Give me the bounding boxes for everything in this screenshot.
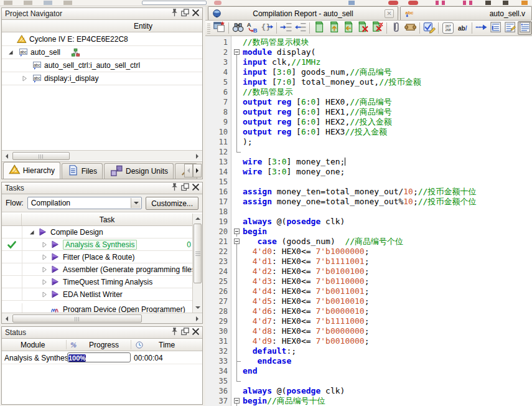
float-button[interactable] (180, 9, 190, 18)
code-line[interactable]: 9output reg [6:0] HEX2,//投入金额 (205, 117, 532, 127)
task-row[interactable]: Analysis & Synthesis0 (2, 238, 192, 251)
expander-expanded-icon[interactable] (28, 229, 35, 236)
entity-column-header[interactable]: Entity (2, 20, 202, 32)
customize-button[interactable]: Customize... (146, 197, 198, 210)
pin-button[interactable] (170, 184, 179, 192)
copy-special-button[interactable] (212, 21, 226, 35)
bookmark-prev-button[interactable] (341, 21, 355, 35)
code-line[interactable]: 36always @(posedge clk) (205, 386, 532, 396)
bookmark-button[interactable] (312, 21, 326, 35)
code-line[interactable]: 18 (205, 207, 532, 217)
scroll-right-arrow[interactable] (193, 152, 202, 160)
task-row[interactable]: TimeQuest Timing Analysis (2, 276, 192, 288)
close-button[interactable] (191, 184, 200, 192)
find-button[interactable] (231, 21, 245, 35)
fold-margin[interactable] (232, 396, 242, 406)
fold-margin[interactable] (232, 237, 242, 247)
tree-horizontal-scrollbar[interactable] (2, 150, 202, 161)
float-button[interactable] (180, 184, 190, 192)
code-line[interactable]: 11); (205, 137, 532, 147)
code-line[interactable]: 37begin//商品编号十位 (205, 396, 532, 406)
unindent-button[interactable] (293, 21, 307, 35)
expander-collapsed-icon[interactable] (40, 253, 48, 261)
tab-compilation-report[interactable]: Compilation Report - auto_sell ✕ (208, 6, 398, 20)
code-line[interactable]: 30 4'd8: HEX0<= 7'b0000000; (205, 326, 532, 336)
insert-template-button[interactable]: {} (260, 21, 274, 35)
code-line[interactable]: 25 4'd3: HEX0<= 7'b0110000; (205, 276, 532, 286)
scroll-down-arrow[interactable] (194, 303, 202, 312)
tab-hierarchy[interactable]: Hierarchy (3, 162, 60, 179)
code-line[interactable]: 28 4'd6: HEX0<= 7'b0000010; (205, 306, 532, 316)
code-line[interactable]: 19always @(posedge clk) (205, 217, 532, 227)
toolbar-grip[interactable] (207, 22, 210, 34)
attach-button[interactable] (389, 21, 403, 35)
code-line[interactable]: 8output reg [6:0] HEX1,//商品编号 (205, 107, 532, 117)
tree-item[interactable]: Cyclone IV E: EP4CE6E22C8 (2, 33, 202, 46)
scroll-up-arrow[interactable] (194, 214, 202, 223)
tab-scroll-left[interactable] (184, 164, 193, 177)
code-line[interactable]: 17assign money_one=total_money_out%10;//… (205, 197, 532, 207)
code-line[interactable]: 13wire [3:0] money_ten; (205, 157, 532, 167)
scrollbar-thumb[interactable] (12, 152, 70, 160)
tab-files[interactable]: Files (62, 163, 103, 179)
code-line[interactable]: 33 endcase (205, 356, 532, 366)
scroll-right-arrow[interactable] (193, 314, 202, 323)
bookmark-clear-button[interactable] (370, 21, 384, 35)
code-line[interactable]: 6//数码管显示 (205, 87, 532, 97)
code-line[interactable]: 21 case (goods_num) //商品编号个位 (205, 237, 532, 247)
flow-dropdown[interactable]: Compilation (27, 197, 142, 209)
code-line[interactable]: 4input [3:0] goods_num,//商品编号 (205, 67, 532, 77)
code-line[interactable]: 34end (205, 366, 532, 376)
expander-collapsed-icon[interactable] (40, 266, 48, 273)
pin-button[interactable] (170, 328, 179, 337)
tab-scroll-right[interactable] (193, 164, 202, 177)
scrollbar-thumb[interactable] (194, 224, 202, 283)
outline-all-button[interactable] (518, 21, 532, 35)
task-row[interactable]: EDA Netlist Writer (2, 288, 192, 301)
task-row[interactable]: Fitter (Place & Route) (2, 251, 192, 263)
task-row[interactable]: Compile Design (2, 226, 192, 238)
task-vertical-scrollbar[interactable] (192, 214, 202, 313)
indent-button[interactable] (279, 21, 293, 35)
tree-item[interactable]: abcdisplay:i_display (2, 72, 202, 85)
fold-margin[interactable] (232, 47, 242, 57)
close-button[interactable] (191, 9, 200, 18)
code-line[interactable]: 2module display( (205, 47, 532, 57)
outline-left-button[interactable] (488, 21, 503, 35)
task-row[interactable]: Program Device (Open Programmer) (2, 303, 192, 313)
code-line[interactable]: 23 4'd1: HEX0<= 7'b1111001; (205, 257, 532, 267)
code-line[interactable]: 24 4'd2: HEX0<= 7'b0100100; (205, 267, 532, 276)
comment-button[interactable]: ab/ (455, 21, 470, 35)
status-row[interactable]: Analysis & Synthesis 100% 00:00:04 (2, 351, 202, 364)
code-line[interactable]: 12 (205, 147, 532, 157)
fold-margin[interactable] (232, 227, 242, 237)
replace-button[interactable]: AB (245, 21, 259, 35)
goto-button[interactable] (474, 21, 488, 35)
scroll-left-arrow[interactable] (2, 314, 11, 323)
code-line[interactable]: 14wire [3:0] money_one; (205, 167, 532, 177)
close-button[interactable] (191, 328, 200, 337)
code-line[interactable]: 32 default:; (205, 346, 532, 356)
code-line[interactable]: 31 4'd9: HEX0<= 7'b0010000; (205, 336, 532, 346)
task-row[interactable]: Assembler (Generate programming files) (2, 263, 192, 276)
code-line[interactable]: 27 4'd5: HEX0<= 7'b0010010; (205, 296, 532, 306)
pin-button[interactable] (170, 9, 179, 18)
code-line[interactable]: 22 4'd0: HEX0<= 7'b1000000; (205, 247, 532, 257)
expander-expanded-icon[interactable] (7, 49, 14, 56)
code-line[interactable]: 16assign money_ten=total_money_out/10;//… (205, 187, 532, 197)
float-button[interactable] (180, 328, 190, 337)
code-line[interactable]: 26 4'd4: HEX0<= 7'b0011001; (205, 286, 532, 296)
tab-auto-sell-v[interactable]: abc auto_sell.v (400, 6, 532, 20)
code-line[interactable]: 7output reg [6:0] HEX0,//商品编号 (205, 97, 532, 107)
tree-item[interactable]: abcauto_sell (2, 46, 202, 59)
scroll-left-arrow[interactable] (2, 152, 11, 160)
scrollbar-thumb[interactable] (12, 314, 142, 323)
code-line[interactable]: 5input [7:0] total_money_out,//投币金额 (205, 77, 532, 87)
bookmark-delete-button[interactable] (355, 21, 370, 35)
code-line[interactable]: 1//数码管显示模块 (205, 37, 532, 47)
expander-collapsed-icon[interactable] (21, 75, 28, 82)
tab-close-button[interactable]: ✕ (385, 9, 394, 18)
code-line[interactable]: 29 4'd7: HEX0<= 7'b1111000; (205, 316, 532, 326)
expander-collapsed-icon[interactable] (40, 241, 48, 248)
code-line[interactable]: 10output reg [6:0] HEX3//投入金额 (205, 127, 532, 137)
